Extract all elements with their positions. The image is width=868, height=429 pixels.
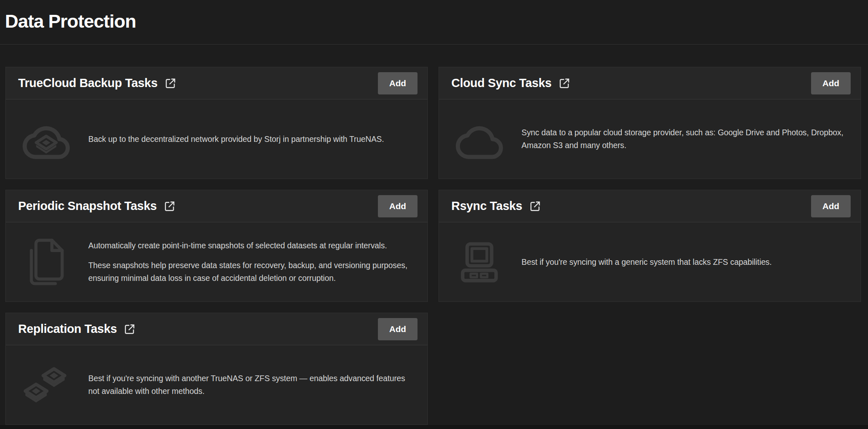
cards-grid: TrueCloud Backup Tasks Add [5, 67, 861, 425]
card-title: Replication Tasks [18, 322, 117, 336]
card-icon-area [19, 118, 73, 160]
card-periodic-snapshot: Periodic Snapshot Tasks Add [5, 190, 428, 302]
title-divider [0, 44, 868, 45]
card-title: Periodic Snapshot Tasks [18, 199, 157, 213]
card-cloud-sync: Cloud Sync Tasks Add Sync data to a popu… [439, 67, 861, 179]
card-header: Replication Tasks Add [6, 313, 427, 345]
add-button[interactable]: Add [378, 72, 417, 94]
card-rsync: Rsync Tasks Add [439, 190, 861, 302]
card-body: Sync data to a popular cloud storage pro… [439, 99, 861, 179]
add-button[interactable]: Add [811, 72, 851, 94]
card-description: Automatically create point-in-time snaps… [88, 239, 416, 252]
card-header: TrueCloud Backup Tasks Add [6, 67, 427, 99]
card-replication: Replication Tasks Add [5, 313, 428, 425]
viewport-bottom-edge [0, 425, 868, 429]
card-title-group: Periodic Snapshot Tasks [18, 199, 176, 213]
card-body: Automatically create point-in-time snaps… [6, 222, 427, 302]
card-description: Back up to the decentralized network pro… [88, 133, 384, 146]
card-icon-area [452, 118, 507, 160]
add-button[interactable]: Add [811, 195, 851, 217]
card-description-block: Sync data to a popular cloud storage pro… [521, 126, 849, 152]
card-title: Cloud Sync Tasks [451, 76, 552, 90]
card-description: These snapshots help preserve data state… [88, 259, 416, 285]
card-title: TrueCloud Backup Tasks [18, 76, 158, 90]
card-body: Back up to the decentralized network pro… [6, 99, 427, 179]
card-description: Best if you're syncing with a generic sy… [521, 256, 772, 269]
storj-cloud-icon [22, 118, 71, 160]
card-header: Periodic Snapshot Tasks Add [6, 190, 427, 222]
card-title-group: Rsync Tasks [451, 199, 541, 213]
card-title-group: TrueCloud Backup Tasks [18, 76, 177, 90]
card-header: Cloud Sync Tasks Add [439, 67, 861, 99]
external-link-icon[interactable] [123, 323, 136, 335]
external-link-icon[interactable] [558, 77, 571, 90]
external-link-icon[interactable] [529, 200, 541, 212]
card-description-block: Best if you're syncing with a generic sy… [521, 256, 772, 269]
page-title: Data Protection [5, 8, 868, 34]
card-title: Rsync Tasks [451, 199, 522, 213]
snapshot-documents-icon [27, 236, 66, 288]
external-link-icon[interactable] [164, 77, 177, 90]
page-header: Data Protection [0, 0, 868, 34]
add-button[interactable]: Add [378, 318, 417, 340]
card-description-block: Best if you're syncing with another True… [88, 372, 416, 398]
add-button[interactable]: Add [378, 195, 417, 217]
card-icon-area [19, 236, 73, 288]
card-title-group: Replication Tasks [18, 322, 136, 336]
replication-boxes-icon [22, 363, 70, 406]
card-truecloud-backup: TrueCloud Backup Tasks Add [5, 67, 428, 179]
card-body: Best if you're syncing with another True… [6, 345, 427, 424]
card-body: Best if you're syncing with a generic sy… [439, 222, 861, 302]
card-description: Sync data to a popular cloud storage pro… [521, 126, 849, 152]
card-title-group: Cloud Sync Tasks [451, 76, 571, 90]
cloud-icon [455, 118, 504, 160]
card-description-block: Back up to the decentralized network pro… [88, 133, 384, 146]
card-description: Best if you're syncing with another True… [88, 372, 416, 398]
card-header: Rsync Tasks Add [439, 190, 861, 222]
card-icon-area [452, 241, 507, 283]
external-link-icon[interactable] [163, 200, 176, 212]
computer-icon [458, 241, 501, 283]
card-icon-area [19, 363, 73, 406]
card-description-block: Automatically create point-in-time snaps… [88, 239, 416, 285]
